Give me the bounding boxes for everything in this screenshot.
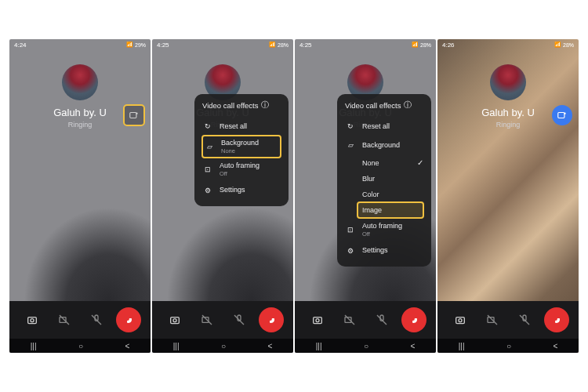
status-icons: 📶 28% [554,42,574,48]
end-call-button[interactable] [259,307,284,332]
check-icon: ✓ [417,158,423,167]
camera-switch-button[interactable] [448,307,473,332]
back-button[interactable]: < [125,342,129,350]
info-icon[interactable]: ⓘ [261,100,269,111]
svg-rect-16 [456,318,464,324]
nav-bar: ||| ○ < [9,339,151,353]
recents-button[interactable]: ||| [459,342,465,350]
autoframe-icon: ⊡ [202,164,213,175]
video-off-icon [58,314,71,326]
call-controls [152,301,293,339]
video-effects-button[interactable] [552,105,572,125]
status-icons: 📶 28% [412,42,431,48]
auto-framing-row[interactable]: ⊡ Auto framingOff [202,158,281,181]
home-button[interactable]: ○ [78,342,83,350]
bg-option-image[interactable]: Image [358,202,423,218]
reset-icon: ↻ [345,121,356,132]
video-toggle-button[interactable] [194,307,220,332]
end-call-button[interactable] [544,307,569,332]
caller-avatar [490,64,526,100]
call-content: Galuh by. U Ringing Video call effects ⓘ… [295,50,436,301]
screen-2: 4:25 📶 28% Galuh by. U Ringing Video cal… [152,39,293,353]
reset-icon: ↻ [202,121,213,132]
clock: 4:26 [442,42,455,49]
mic-toggle-button[interactable] [512,307,537,332]
nav-bar: ||| ○ < [152,339,293,353]
camera-switch-button[interactable] [162,307,187,332]
call-status: Ringing [68,121,93,129]
svg-point-17 [459,319,462,322]
mic-toggle-button[interactable] [227,307,252,332]
call-status: Ringing [496,121,521,129]
svg-rect-6 [170,318,179,324]
video-toggle-button[interactable] [52,307,77,332]
auto-framing-row[interactable]: ⊡ Auto framingOff [345,218,423,241]
mic-off-icon [90,314,103,326]
selfie-preview [9,191,151,301]
video-toggle-button[interactable] [337,307,362,332]
mic-toggle-button[interactable] [369,307,394,332]
autoframe-icon: ⊡ [345,224,356,235]
status-bar: 4:25 📶 28% [295,39,436,50]
background-icon: ▱ [204,141,215,152]
back-button[interactable]: < [553,342,557,350]
bg-option-color[interactable]: Color [345,187,423,202]
svg-rect-10 [313,318,321,324]
call-controls [9,301,151,339]
status-bar: 4:25 📶 28% [152,39,293,50]
settings-row[interactable]: ⚙ Settings [345,241,423,260]
status-icons: 📶 29% [126,42,146,48]
svg-point-3 [31,319,34,322]
camera-switch-button[interactable] [305,307,330,332]
svg-point-1 [136,113,137,114]
background-icon: ▱ [345,140,356,151]
reset-all-row[interactable]: ↻ Reset all [345,117,423,136]
video-effects-button[interactable] [124,105,144,125]
svg-rect-2 [27,318,36,324]
settings-row[interactable]: ⚙ Settings [202,181,281,200]
call-content: Galuh by. U Ringing [437,50,579,301]
status-bar: 4:24 📶 29% [9,39,151,50]
info-icon[interactable]: ⓘ [404,100,412,111]
camera-switch-button[interactable] [20,307,45,332]
back-button[interactable]: < [267,342,272,350]
video-toggle-button[interactable] [480,307,505,332]
gear-icon: ⚙ [202,185,213,196]
nav-bar: ||| ○ < [295,339,436,353]
panel-title: Video call effects ⓘ [202,100,281,111]
call-controls [295,301,436,339]
mic-toggle-button[interactable] [84,307,109,332]
camera-icon [26,314,38,326]
recents-button[interactable]: ||| [31,342,37,350]
recents-button[interactable]: ||| [173,342,180,350]
home-button[interactable]: ○ [506,342,511,350]
home-button[interactable]: ○ [221,342,226,350]
effects-icon [557,110,568,121]
svg-rect-14 [558,113,564,118]
end-call-button[interactable] [401,307,426,332]
bg-option-blur[interactable]: Blur [345,171,423,187]
status-bar: 4:26 📶 28% [437,39,579,50]
svg-point-15 [564,113,565,114]
status-icons: 📶 28% [269,42,289,48]
clock: 4:24 [14,42,27,49]
call-content: Galuh by. U Ringing [9,50,151,301]
clock: 4:25 [157,42,169,49]
back-button[interactable]: < [410,342,415,350]
caller-avatar [62,64,98,100]
call-controls [437,301,579,339]
end-call-button[interactable] [116,307,141,332]
home-button[interactable]: ○ [364,342,368,350]
reset-all-row[interactable]: ↻ Reset all [202,117,281,136]
phone-icon [122,314,135,326]
screen-3: 4:25 📶 28% Galuh by. U Ringing Video cal… [295,39,436,353]
clock: 4:25 [299,42,312,49]
background-row[interactable]: ▱ BackgroundNone [202,136,281,158]
screen-1: 4:24 📶 29% Galuh by. U Ringing ||| ○ < [9,39,151,353]
recents-button[interactable]: ||| [316,342,322,350]
svg-rect-0 [130,113,136,118]
bg-option-none[interactable]: None✓ [345,154,423,171]
svg-point-11 [316,319,319,322]
caller-name: Galuh by. U [481,107,535,118]
background-row[interactable]: ▱ Background [345,136,423,154]
